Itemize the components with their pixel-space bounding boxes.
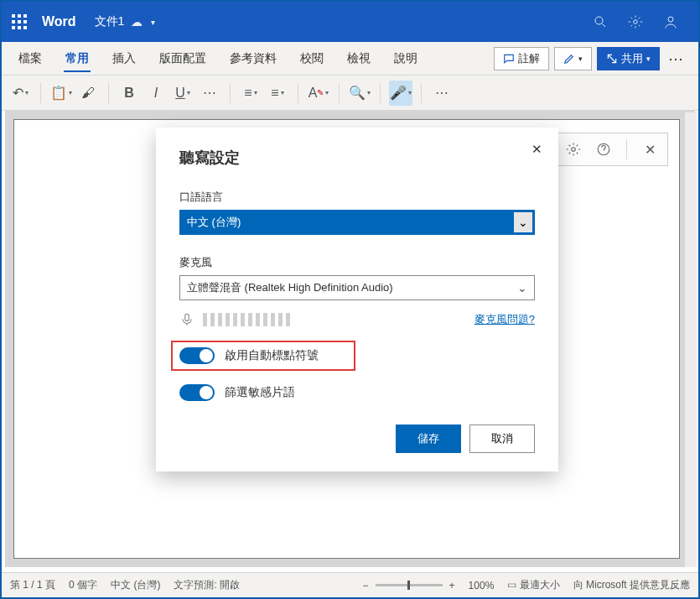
zoom-slider[interactable] <box>376 584 443 586</box>
ribbon-more-icon[interactable]: ⋯ <box>430 81 454 106</box>
auto-punctuation-label: 啟用自動標點符號 <box>225 348 319 363</box>
ribbon-toolbar: ↶ 📋 🖌 B I U ⋯ ≡ ≡ A✎ 🔍 🎤 ⋯ <box>2 76 698 111</box>
svg-point-4 <box>572 148 576 152</box>
align-button[interactable]: ≡ <box>266 81 289 106</box>
status-bar: 第 1 / 1 頁 0 個字 中文 (台灣) 文字預測: 開啟 − + 100%… <box>2 572 698 597</box>
share-button[interactable]: 共用 ▾ <box>597 47 660 70</box>
doc-name[interactable]: 文件1 <box>95 14 125 29</box>
page-indicator[interactable]: 第 1 / 1 頁 <box>10 578 55 592</box>
share-label: 共用 <box>621 51 643 66</box>
tab-review[interactable]: 校閱 <box>288 42 335 76</box>
dictate-help-icon[interactable] <box>591 137 616 162</box>
zoom-control[interactable]: − + <box>363 580 455 591</box>
format-painter-button[interactable]: 🖌 <box>76 81 100 106</box>
comments-button[interactable]: 註解 <box>494 47 549 70</box>
cancel-button[interactable]: 取消 <box>469 425 535 453</box>
svg-point-3 <box>668 17 673 22</box>
account-icon[interactable] <box>653 2 688 42</box>
bullets-button[interactable]: ≡ <box>239 81 262 106</box>
app-name: Word <box>42 14 76 29</box>
undo-button[interactable]: ↶ <box>8 81 32 106</box>
svg-point-0 <box>595 17 603 24</box>
zoom-percent[interactable]: 100% <box>469 580 495 591</box>
more-icon[interactable]: ⋯ <box>660 49 693 68</box>
find-button[interactable]: 🔍 <box>348 81 371 106</box>
search-icon[interactable] <box>583 2 618 42</box>
profanity-filter-row: 篩選敏感片語 <box>179 384 535 401</box>
mic-help-link[interactable]: 麥克風問題? <box>474 312 535 327</box>
svg-line-1 <box>602 23 605 27</box>
profanity-filter-toggle[interactable] <box>179 384 215 401</box>
profanity-filter-label: 篩選敏感片語 <box>225 385 295 400</box>
italic-button[interactable]: I <box>144 81 168 106</box>
dictate-close-icon[interactable]: ✕ <box>637 137 662 162</box>
close-icon[interactable]: ✕ <box>526 139 547 159</box>
bold-button[interactable]: B <box>117 81 141 106</box>
fit-width-button[interactable]: ▭ 最適大小 <box>507 578 559 592</box>
text-prediction-status[interactable]: 文字預測: 開啟 <box>174 578 240 592</box>
svg-rect-6 <box>185 314 189 320</box>
word-count[interactable]: 0 個字 <box>69 578 97 592</box>
apps-icon[interactable] <box>12 14 27 29</box>
microphone-select[interactable]: 立體聲混音 (Realtek High Definition Audio) <box>179 275 535 300</box>
dictate-settings-icon[interactable] <box>561 137 586 162</box>
svg-point-2 <box>634 20 638 24</box>
language-value: 中文 (台灣) <box>187 215 241 230</box>
auto-punctuation-row: 啟用自動標點符號 <box>171 341 355 371</box>
editing-mode-button[interactable]: ▾ <box>554 47 592 70</box>
tab-layout[interactable]: 版面配置 <box>148 42 218 76</box>
tab-view[interactable]: 檢視 <box>335 42 382 76</box>
mic-level-meter <box>203 313 290 326</box>
status-language[interactable]: 中文 (台灣) <box>111 578 160 592</box>
zoom-in-icon[interactable]: + <box>449 580 455 591</box>
auto-punctuation-toggle[interactable] <box>179 347 215 364</box>
styles-button[interactable]: A✎ <box>307 81 330 106</box>
tab-home[interactable]: 常用 <box>54 42 101 76</box>
microphone-value: 立體聲混音 (Realtek High Definition Audio) <box>187 280 393 295</box>
titlebar: Word 文件1 ☁ ▾ <box>2 2 698 42</box>
tab-file[interactable]: 檔案 <box>7 42 54 76</box>
ribbon-tabs: 檔案 常用 插入 版面配置 參考資料 校閱 檢視 說明 註解 ▾ 共用 ▾ ⋯ <box>2 42 698 76</box>
tab-references[interactable]: 參考資料 <box>218 42 288 76</box>
vertical-scrollbar[interactable] <box>685 112 697 567</box>
dictation-settings-dialog: ✕ 聽寫設定 口語語言 中文 (台灣) 麥克風 立體聲混音 (Realtek H… <box>156 128 558 471</box>
save-button[interactable]: 儲存 <box>396 425 461 453</box>
cloud-saved-icon: ☁ <box>131 15 143 29</box>
dictate-button[interactable]: 🎤 <box>389 81 412 106</box>
comments-label: 註解 <box>518 51 540 66</box>
tab-help[interactable]: 說明 <box>382 42 429 76</box>
language-label: 口語語言 <box>179 190 535 205</box>
tab-insert[interactable]: 插入 <box>101 42 148 76</box>
font-more-icon[interactable]: ⋯ <box>198 81 221 106</box>
microphone-label: 麥克風 <box>179 255 535 270</box>
chevron-down-icon[interactable]: ▾ <box>151 18 155 27</box>
mic-level-icon <box>179 312 194 327</box>
paste-button[interactable]: 📋 <box>49 81 73 106</box>
dialog-title: 聽寫設定 <box>179 148 535 168</box>
gear-icon[interactable] <box>618 2 653 42</box>
feedback-link[interactable]: 向 Microsoft 提供意見反應 <box>573 578 690 592</box>
language-select[interactable]: 中文 (台灣) <box>179 210 535 235</box>
underline-button[interactable]: U <box>171 81 194 106</box>
zoom-out-icon[interactable]: − <box>363 580 369 591</box>
